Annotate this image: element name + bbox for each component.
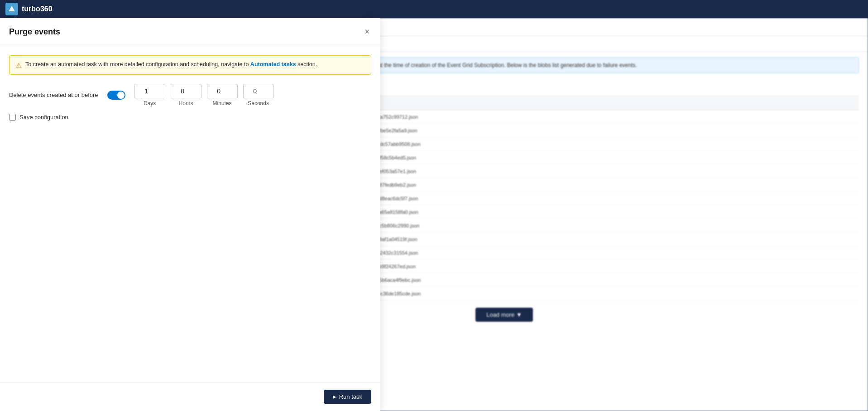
minutes-input[interactable]: 0 — [207, 84, 238, 98]
purge-events-modal: Purge events × ⚠ To create an automated … — [0, 18, 380, 411]
hours-input[interactable]: 0 — [171, 84, 201, 98]
run-task-button[interactable]: ▶ Run task — [324, 390, 371, 404]
warning-text: To create an automated task with more de… — [25, 61, 317, 68]
run-icon: ▶ — [333, 394, 336, 399]
seconds-input[interactable]: 0 — [243, 84, 274, 98]
modal-overlay: Purge events × ⚠ To create an automated … — [0, 18, 380, 411]
warning-box: ⚠ To create an automated task with more … — [9, 55, 371, 75]
run-task-label: Run task — [339, 393, 362, 400]
days-input[interactable]: 1 — [134, 84, 165, 98]
seconds-input-group: 0 Seconds — [243, 84, 274, 106]
modal-header: Purge events × — [0, 18, 380, 46]
app-logo: turbo360 — [5, 3, 53, 15]
modal-title: Purge events — [9, 27, 60, 37]
delete-events-row: Delete events created at or before 1 Day… — [9, 84, 371, 106]
hours-input-group: 0 Hours — [171, 84, 201, 106]
hours-label: Hours — [179, 100, 193, 106]
top-header: turbo360 — [0, 0, 868, 18]
days-input-group: 1 Days — [134, 84, 165, 106]
save-config-checkbox[interactable] — [9, 114, 16, 121]
load-more-button[interactable]: Load more ▼ — [475, 308, 533, 322]
days-label: Days — [144, 100, 156, 106]
svg-marker-0 — [9, 6, 15, 11]
save-config-row: Save configuration — [9, 114, 371, 121]
warning-icon: ⚠ — [16, 62, 22, 69]
modal-body: ⚠ To create an automated task with more … — [0, 46, 380, 382]
modal-close-button[interactable]: × — [363, 25, 371, 39]
app-name: turbo360 — [22, 5, 53, 13]
minutes-label: Minutes — [213, 100, 232, 106]
toggle-knob — [117, 92, 125, 99]
seconds-label: Seconds — [248, 100, 269, 106]
delete-events-label: Delete events created at or before — [9, 91, 98, 99]
modal-footer: ▶ Run task — [0, 382, 380, 411]
delete-toggle[interactable] — [107, 91, 125, 100]
save-config-label: Save configuration — [19, 114, 68, 121]
automated-tasks-link[interactable]: Automated tasks — [250, 61, 296, 68]
time-inputs: 1 Days 0 Hours 0 Minutes 0 — [134, 84, 274, 106]
logo-icon — [5, 3, 18, 15]
minutes-input-group: 0 Minutes — [207, 84, 238, 106]
